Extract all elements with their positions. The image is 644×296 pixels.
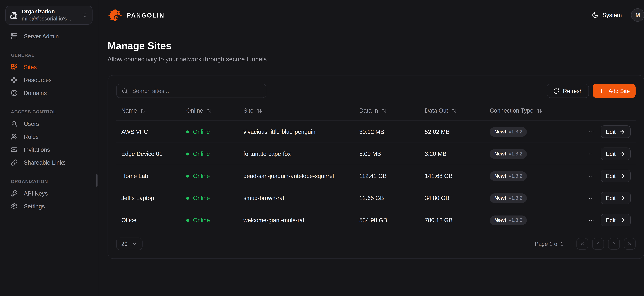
- gear-icon: [11, 203, 18, 210]
- sidebar-item-label: Server Admin: [24, 33, 59, 40]
- chevron-right-icon: [611, 241, 617, 247]
- page-status: Page 1 of 1: [535, 241, 564, 247]
- sort-icon: [140, 108, 146, 113]
- next-page-button[interactable]: [608, 238, 620, 250]
- edit-button[interactable]: Edit: [600, 126, 630, 138]
- row-menu-button[interactable]: [587, 172, 595, 180]
- sidebar-item-domains[interactable]: Domains: [6, 87, 92, 99]
- row-menu-button[interactable]: [587, 150, 595, 158]
- sidebar-item-shareable-links[interactable]: Shareable Links: [6, 157, 92, 168]
- edit-button[interactable]: Edit: [600, 148, 630, 160]
- site-name: Office: [121, 217, 186, 224]
- pangolin-logo-icon: [108, 8, 122, 22]
- row-actions: Edit: [587, 214, 630, 226]
- sidebar-item-roles[interactable]: Roles: [6, 131, 92, 142]
- column-header-site[interactable]: Site: [244, 107, 359, 114]
- row-menu-button[interactable]: [587, 194, 595, 202]
- topbar: PANGOLIN System M: [98, 0, 644, 30]
- sidebar: Organization milo@fossorial.io's ... Ser…: [0, 0, 98, 296]
- last-page-button[interactable]: [624, 238, 636, 250]
- row-menu-button[interactable]: [587, 128, 595, 136]
- sidebar-scrollbar-thumb[interactable]: [96, 174, 98, 187]
- refresh-icon: [553, 88, 559, 94]
- theme-label: System: [602, 12, 622, 18]
- site-name: Jeff's Laptop: [121, 195, 186, 201]
- data-in-value: 12.65 GB: [359, 195, 425, 201]
- main-area: PANGOLIN System M Manage Sites Allow con…: [98, 0, 644, 296]
- page-size-select[interactable]: 20: [116, 238, 142, 250]
- sort-icon: [537, 108, 542, 113]
- page-subtitle: Allow connectivity to your network throu…: [108, 56, 644, 62]
- org-switcher-value: milo@fossorial.io's ...: [22, 15, 73, 22]
- site-tunnel-name: smug-brown-rat: [244, 195, 359, 201]
- row-actions: Edit: [587, 148, 630, 160]
- add-site-button[interactable]: Add Site: [592, 84, 636, 98]
- online-dot-icon: [186, 196, 189, 200]
- site-tunnel-name: dead-san-joaquin-antelope-squirrel: [244, 172, 359, 179]
- row-actions: Edit: [587, 126, 630, 138]
- sidebar-item-label: Resources: [24, 77, 52, 83]
- table-row: Office Online welcome-giant-mole-rat 534…: [116, 209, 636, 231]
- brand-logo: PANGOLIN: [108, 8, 164, 22]
- page-title: Manage Sites: [108, 40, 644, 52]
- sidebar-item-server-admin[interactable]: Server Admin: [6, 30, 92, 42]
- sidebar-item-label: Settings: [24, 203, 45, 210]
- link-icon: [11, 159, 18, 166]
- search-box: [116, 84, 266, 98]
- edit-button[interactable]: Edit: [600, 192, 630, 204]
- refresh-button[interactable]: Refresh: [547, 84, 589, 98]
- server-icon: [11, 33, 18, 40]
- data-in-value: 534.98 GB: [359, 217, 425, 224]
- ellipsis-icon: [588, 195, 594, 201]
- site-name: Edge Device 01: [121, 150, 186, 157]
- column-header-data-in[interactable]: Data In: [359, 107, 425, 114]
- connection-type-cell: Newt v1.3.2: [490, 149, 564, 158]
- table-row: AWS VPC Online vivacious-little-blue-pen…: [116, 120, 636, 142]
- edit-button[interactable]: Edit: [600, 170, 630, 182]
- connection-type-cell: Newt v1.3.2: [490, 127, 564, 136]
- status-label: Online: [193, 217, 210, 224]
- previous-page-button[interactable]: [592, 238, 604, 250]
- globe-icon: [11, 90, 18, 96]
- column-header-data-out[interactable]: Data Out: [425, 107, 490, 114]
- sites-table-card: Refresh Add Site Name O: [108, 75, 644, 259]
- first-page-button[interactable]: [576, 238, 588, 250]
- site-status: Online: [186, 150, 243, 157]
- site-status: Online: [186, 128, 243, 135]
- search-input[interactable]: [132, 88, 261, 94]
- page-size-value: 20: [121, 241, 128, 247]
- app-window: Organization milo@fossorial.io's ... Ser…: [0, 0, 644, 296]
- data-out-value: 780.12 GB: [425, 217, 490, 224]
- site-tunnel-name: vivacious-little-blue-penguin: [244, 128, 359, 135]
- column-header-connection-type[interactable]: Connection Type: [490, 107, 564, 114]
- column-header-name[interactable]: Name: [121, 107, 186, 114]
- sidebar-item-label: Domains: [24, 90, 47, 96]
- chevron-down-icon: [132, 241, 138, 247]
- arrow-right-icon: [620, 217, 625, 223]
- chevron-left-icon: [595, 241, 601, 247]
- theme-toggle-button[interactable]: System: [592, 12, 622, 18]
- sidebar-item-settings[interactable]: Settings: [6, 200, 92, 212]
- org-switcher[interactable]: Organization milo@fossorial.io's ...: [6, 6, 92, 24]
- sidebar-item-users[interactable]: Users: [6, 118, 92, 130]
- sidebar-item-sites[interactable]: Sites: [6, 61, 92, 73]
- connection-type-badge: Newt v1.3.2: [490, 149, 527, 158]
- sort-icon: [452, 108, 457, 113]
- site-tunnel-name: fortunate-cape-fox: [244, 150, 359, 157]
- table-footer: 20 Page 1 of 1: [116, 238, 636, 250]
- user-avatar[interactable]: M: [631, 8, 644, 22]
- table-row: Home Lab Online dead-san-joaquin-antelop…: [116, 164, 636, 187]
- sidebar-item-resources[interactable]: Resources: [6, 74, 92, 86]
- ellipsis-icon: [588, 151, 594, 157]
- edit-button[interactable]: Edit: [600, 214, 630, 226]
- data-out-value: 3.20 MB: [425, 150, 490, 157]
- online-dot-icon: [186, 174, 189, 177]
- row-menu-button[interactable]: [587, 216, 595, 224]
- add-site-label: Add Site: [608, 88, 630, 94]
- sidebar-item-api-keys[interactable]: API Keys: [6, 188, 92, 199]
- user-icon: [11, 120, 18, 127]
- column-header-online[interactable]: Online: [186, 107, 243, 114]
- connection-type-badge: Newt v1.3.2: [490, 171, 527, 180]
- sidebar-item-invitations[interactable]: Invitations: [6, 144, 92, 156]
- row-actions: Edit: [587, 170, 630, 182]
